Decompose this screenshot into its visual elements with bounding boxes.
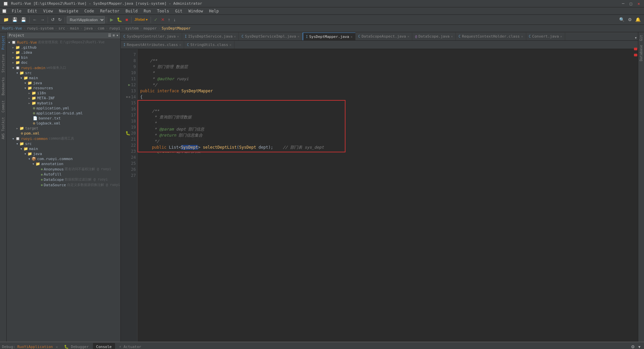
tab-requestcontextholder[interactable]: C RequestContextHolder.class ✕ (456, 33, 526, 40)
breadcrumb-mapper[interactable]: mapper (144, 26, 157, 31)
toolbar-undo[interactable]: ↺ (50, 16, 56, 23)
tree-target[interactable]: ▸ 📁 target (7, 126, 120, 131)
breadcrumb-system[interactable]: system (125, 26, 139, 31)
tree-java1[interactable]: ▾ 📁 java (7, 81, 120, 86)
menu-build[interactable]: Build (123, 7, 140, 14)
toolbar-settings[interactable]: ⚙ (627, 16, 633, 23)
tab-isysdeptservice[interactable]: I ISysDeptService.java ✕ (182, 33, 239, 40)
sidebar-align-icon[interactable]: ≡ (113, 33, 115, 38)
minimize-btn[interactable]: ─ (621, 1, 626, 6)
tree-root[interactable]: ▾ 🔲 RuoYi-Vue 若依管理系统 E:\gitRepos2\RuoYi-… (7, 40, 120, 45)
tab-convert[interactable]: C Convert.java ✕ (526, 33, 566, 40)
tree-src1[interactable]: ▾ 📁 src (7, 70, 120, 76)
tab-actuator[interactable]: ⚡ Actuator (116, 343, 145, 349)
sidebar-settings-icon[interactable]: ☰ (108, 33, 111, 38)
tab-close[interactable]: ✕ (298, 35, 300, 38)
tree-mybatis[interactable]: ▸ 📁 mybatis (7, 101, 120, 106)
tree-ruoyi-common[interactable]: ▾ 🔲 ruoyi-common common通用工具 (7, 136, 120, 141)
toolbar-search[interactable]: 🔍 (618, 16, 626, 23)
vtab-commit[interactable]: Commit (1, 98, 6, 114)
sidebar-collapse-icon[interactable]: ▾ (116, 33, 118, 38)
tree-pom[interactable]: ⚙ pom.xml (7, 131, 120, 136)
tab-stringutils[interactable]: C StringUtils.class ✕ (184, 41, 234, 49)
breadcrumb-java[interactable]: java (84, 26, 93, 31)
tree-idea[interactable]: ▸ 📁 .idea (7, 50, 120, 55)
toolbar-save[interactable]: 💾 (11, 16, 19, 23)
tree-java2[interactable]: ▾ 📁 java (7, 151, 120, 156)
breadcrumb-main[interactable]: main (70, 26, 79, 31)
tab-datascope[interactable]: @ DataScope.java ✕ (412, 33, 456, 40)
tab-debugger[interactable]: 🐛 Debugger (61, 343, 92, 349)
toolbar-open[interactable]: 📁 (2, 16, 10, 23)
close-btn[interactable]: ✕ (636, 1, 641, 6)
vtab-aws[interactable]: AWS Toolkit (1, 115, 6, 141)
menu-code[interactable]: Code (82, 7, 97, 14)
code-editor[interactable]: 7 8 9 10 11 ▶ 12 13 ≡ ⊘ 14 15 16 17 18 (121, 49, 638, 342)
bottom-settings-btn[interactable]: ⚙ (630, 344, 636, 349)
tab-sysdeptserviceimpl[interactable]: C SysDeptServiceImpl.java ✕ (239, 33, 302, 40)
breadcrumb-module[interactable]: ruoyi-system (27, 26, 53, 31)
tree-doc[interactable]: ▸ 📁 doc (7, 60, 120, 65)
tree-main1[interactable]: ▾ 📁 main (7, 76, 120, 81)
menu-tools[interactable]: Tools (154, 7, 172, 14)
tab-requestattributes[interactable]: I RequestAttributes.class ✕ (121, 41, 184, 49)
toolbar-back[interactable]: ← (31, 16, 38, 23)
breadcrumb-ruoyi[interactable]: ruoyi (109, 26, 120, 31)
tab-close[interactable]: ✕ (521, 35, 523, 38)
toolbar-jrebel[interactable]: JRebel ▾ (133, 17, 149, 22)
menu-window[interactable]: Window (186, 7, 206, 14)
toolbar-run[interactable]: ▶ (109, 16, 115, 23)
toolbar-git-check[interactable]: ✓ (153, 16, 159, 23)
tab-close[interactable]: ✕ (451, 35, 453, 38)
tree-main2[interactable]: ▾ 📁 main (7, 146, 120, 151)
menu-run[interactable]: Run (141, 7, 154, 14)
tab-close-active[interactable]: ✕ (351, 35, 353, 39)
tab-close[interactable]: ✕ (179, 43, 181, 47)
menu-help[interactable]: Help (206, 7, 221, 14)
tab-datascopeaspect[interactable]: C DataScopeAspect.java ✕ (356, 33, 413, 40)
toolbar-debug[interactable]: 🐛 (115, 16, 123, 23)
tab-close[interactable]: ✕ (229, 43, 231, 47)
tree-app-yml[interactable]: ⚙ application.yml (7, 106, 120, 111)
toolbar-git-pull[interactable]: ↓ (172, 16, 177, 23)
vtab-git-right[interactable]: Git (639, 34, 644, 42)
breadcrumb-ruoyi-vue[interactable]: RuoYi-Vue (2, 26, 22, 31)
maximize-btn[interactable]: □ (629, 1, 634, 6)
tree-com-ruoyi-common[interactable]: ▾ 📦 com.ruoyi.common (7, 156, 120, 161)
tab-console[interactable]: Console (93, 343, 115, 349)
toolbar-git-x[interactable]: ✕ (160, 16, 166, 23)
tree-ruoyi-admin[interactable]: ▾ 🔲 ruoyi-admin web服务入口 (7, 65, 120, 70)
tree-datasource[interactable]: ● DataSource 自定义多数据源切换注解 @ ruoyi (7, 182, 120, 188)
menu-file[interactable]: File (9, 7, 24, 14)
breadcrumb-com[interactable]: com (98, 26, 104, 31)
menu-navigate[interactable]: Navigate (56, 7, 81, 14)
tree-bin[interactable]: ▸ 📁 bin (7, 55, 120, 60)
toolbar-notifications[interactable]: 🔔 (634, 16, 642, 23)
toolbar-redo[interactable]: ↻ (57, 16, 63, 23)
toolbar-git-push[interactable]: ↑ (167, 16, 172, 23)
breadcrumb-src[interactable]: src (58, 26, 65, 31)
tree-druid-yml[interactable]: ⚙ application-druid.yml (7, 111, 120, 116)
tab-sysdeptcontroller[interactable]: C SysDeptController.java ✕ (121, 33, 182, 40)
tree-i18n[interactable]: ▸ 📁 i18n (7, 91, 120, 96)
tree-datascope[interactable]: ● DataScope 数据权限过滤注解 @ ruoyi (7, 177, 120, 182)
menu-view[interactable]: View (41, 7, 56, 14)
tree-anonymous[interactable]: ● Anonymous 匿名访问不鉴权注解 @ ruoyi (7, 166, 120, 172)
menu-git[interactable]: Git (172, 7, 185, 14)
tree-annotation[interactable]: ▾ 📁 annotation (7, 161, 120, 166)
toolbar-forward[interactable]: → (39, 16, 46, 23)
menu-edit[interactable]: Edit (25, 7, 40, 14)
menu-refactor[interactable]: Refactor (97, 7, 122, 14)
run-config-dropdown[interactable]: RuoYiApplication (67, 16, 105, 23)
tree-autofill[interactable]: ● AutoFill (7, 172, 120, 177)
tree-github[interactable]: ▸ 📁 .github (7, 45, 120, 50)
tab-close[interactable]: ✕ (407, 35, 409, 38)
vtab-project[interactable]: Project (1, 34, 6, 52)
toolbar-stop[interactable]: ■ (124, 16, 129, 23)
bottom-collapse-btn[interactable]: ▾ (637, 344, 642, 349)
tab-close[interactable]: ✕ (234, 35, 236, 38)
toolbar-save-all[interactable]: 💾 (19, 16, 28, 23)
code-content[interactable]: /** * 部门管理 数据层 * * @author ruoyi */ publ… (138, 49, 638, 342)
tree-logback[interactable]: ⚙ logback.xml (7, 121, 120, 126)
tab-close[interactable]: ✕ (560, 35, 562, 38)
